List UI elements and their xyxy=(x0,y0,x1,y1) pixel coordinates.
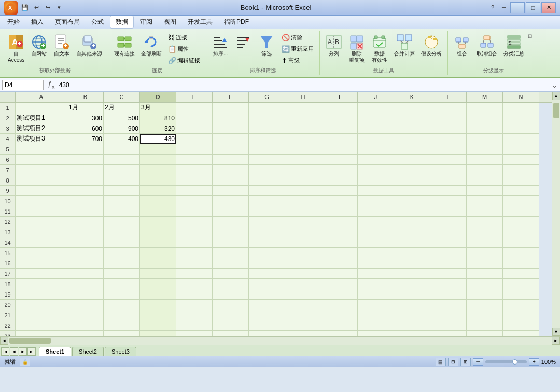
col-header-e[interactable]: E xyxy=(176,92,213,102)
cell[interactable] xyxy=(213,279,249,289)
cell[interactable] xyxy=(503,144,539,155)
cell[interactable] xyxy=(358,196,394,206)
cell[interactable] xyxy=(176,103,213,113)
row-number[interactable]: 8 xyxy=(0,175,16,186)
cell[interactable]: 810 xyxy=(140,113,176,123)
cell[interactable] xyxy=(430,217,467,227)
cell[interactable] xyxy=(213,175,249,186)
cell[interactable]: 900 xyxy=(104,123,140,134)
cell[interactable] xyxy=(430,134,467,144)
cell[interactable] xyxy=(176,155,213,165)
scroll-thumb[interactable] xyxy=(553,103,559,118)
help-btn[interactable]: ? xyxy=(487,2,498,12)
cell[interactable] xyxy=(140,196,176,206)
btn-connections[interactable]: ⛓ 连接 xyxy=(165,32,203,43)
scroll-left-btn[interactable]: ◄ xyxy=(0,337,8,345)
row-number[interactable]: 23 xyxy=(0,331,16,336)
cell[interactable] xyxy=(213,144,249,155)
cell[interactable] xyxy=(67,227,104,237)
cell[interactable] xyxy=(104,196,140,206)
cell[interactable] xyxy=(140,258,176,269)
cell[interactable] xyxy=(16,217,67,227)
btn-reapply[interactable]: 🔄 重新应用 xyxy=(279,44,316,54)
cell[interactable] xyxy=(213,258,249,269)
cell[interactable] xyxy=(321,217,358,227)
cell[interactable] xyxy=(467,144,503,155)
cell[interactable] xyxy=(285,248,321,258)
cell[interactable] xyxy=(358,217,394,227)
cell[interactable] xyxy=(140,165,176,175)
cell[interactable] xyxy=(394,144,430,155)
btn-text-to-cols[interactable]: A B 分列 xyxy=(323,32,345,59)
cell[interactable] xyxy=(176,310,213,320)
cell[interactable] xyxy=(213,269,249,279)
cell[interactable] xyxy=(358,175,394,186)
cell[interactable] xyxy=(249,165,285,175)
cell[interactable] xyxy=(394,134,430,144)
cell[interactable] xyxy=(140,217,176,227)
col-header-d[interactable]: D xyxy=(140,92,176,102)
cell[interactable] xyxy=(213,310,249,320)
cell[interactable] xyxy=(394,269,430,279)
cell[interactable] xyxy=(430,237,467,248)
cell[interactable] xyxy=(358,227,394,237)
cell[interactable] xyxy=(249,320,285,331)
cell[interactable] xyxy=(321,103,358,113)
menu-insert[interactable]: 插入 xyxy=(26,16,49,28)
cell[interactable] xyxy=(285,331,321,336)
status-icon[interactable]: 🔒 xyxy=(20,358,30,366)
row-number[interactable]: 17 xyxy=(0,269,16,279)
cell[interactable] xyxy=(213,320,249,331)
cell[interactable] xyxy=(503,206,539,217)
cell[interactable] xyxy=(285,175,321,186)
cell[interactable] xyxy=(467,289,503,300)
cell[interactable] xyxy=(176,113,213,123)
cell[interactable] xyxy=(249,248,285,258)
btn-what-if[interactable]: ? 假设分析 xyxy=(418,32,444,59)
btn-consolidate[interactable]: 合并计算 xyxy=(391,32,417,59)
cell[interactable] xyxy=(16,175,67,186)
cell[interactable] xyxy=(394,237,430,248)
cell[interactable] xyxy=(430,113,467,123)
row-number[interactable]: 22 xyxy=(0,320,16,331)
col-header-h[interactable]: H xyxy=(285,92,321,102)
cell[interactable] xyxy=(467,196,503,206)
cell[interactable] xyxy=(503,155,539,165)
cell[interactable] xyxy=(67,165,104,175)
cell[interactable] xyxy=(104,310,140,320)
cell[interactable] xyxy=(285,103,321,113)
cell[interactable] xyxy=(176,320,213,331)
cell[interactable]: 430 xyxy=(140,134,176,144)
zoom-slider[interactable] xyxy=(485,360,527,363)
cell[interactable] xyxy=(140,310,176,320)
cell[interactable] xyxy=(394,320,430,331)
cell[interactable] xyxy=(176,237,213,248)
cell[interactable] xyxy=(467,217,503,227)
cell[interactable] xyxy=(321,165,358,175)
cell[interactable] xyxy=(16,144,67,155)
cell[interactable] xyxy=(430,196,467,206)
cell[interactable] xyxy=(358,165,394,175)
cell[interactable] xyxy=(394,289,430,300)
cell[interactable] xyxy=(467,279,503,289)
cell[interactable] xyxy=(104,279,140,289)
cell[interactable] xyxy=(503,113,539,123)
cell[interactable] xyxy=(394,248,430,258)
cell-name-box[interactable]: D4 xyxy=(2,80,44,90)
row-number[interactable]: 13 xyxy=(0,227,16,237)
cell[interactable] xyxy=(104,206,140,217)
cell[interactable] xyxy=(430,144,467,155)
cell[interactable] xyxy=(467,300,503,310)
cell[interactable] xyxy=(104,258,140,269)
cell[interactable] xyxy=(321,331,358,336)
cell[interactable] xyxy=(104,300,140,310)
page-layout-view-btn[interactable]: ⊟ xyxy=(448,358,458,366)
cell[interactable] xyxy=(394,331,430,336)
row-number[interactable]: 11 xyxy=(0,206,16,217)
btn-data-validation[interactable]: 数据有效性 xyxy=(369,32,390,65)
row-number[interactable]: 3 xyxy=(0,123,16,134)
cell[interactable] xyxy=(249,134,285,144)
cell[interactable] xyxy=(285,320,321,331)
cell[interactable] xyxy=(430,123,467,134)
cell[interactable] xyxy=(430,175,467,186)
